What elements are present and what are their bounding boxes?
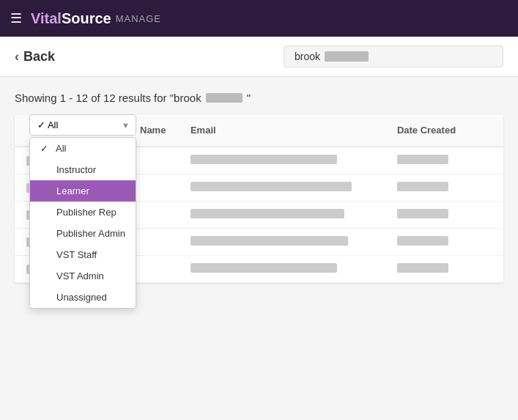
- col-name-label: Name: [140, 125, 166, 136]
- logo-text: VitalSource: [31, 10, 111, 27]
- filter-option-unassigned[interactable]: Unassigned: [30, 287, 136, 308]
- email-blur: [190, 182, 352, 191]
- cell-date: [385, 256, 503, 283]
- col-header-email: Email: [179, 114, 385, 147]
- filter-trigger[interactable]: ✓ All ▼: [29, 114, 136, 136]
- date-blur: [397, 182, 448, 191]
- filter-option-instructor[interactable]: Instructor: [30, 159, 136, 180]
- filter-option-vst-admin-label: VST Admin: [56, 270, 104, 281]
- back-arrow-icon: ‹: [15, 49, 19, 65]
- date-blur: [397, 236, 448, 246]
- filter-current-label: ✓ All: [37, 119, 58, 130]
- search-extra: [325, 51, 369, 62]
- back-button[interactable]: ‹ Back: [15, 49, 55, 65]
- filter-option-all[interactable]: All: [30, 138, 136, 159]
- filter-option-learner-label: Learner: [56, 185, 89, 196]
- results-text: Showing 1 - 12 of 12 results for "brook: [15, 92, 201, 104]
- email-blur: [190, 155, 337, 164]
- filter-option-publisher-rep[interactable]: Publisher Rep: [30, 202, 136, 223]
- filter-dropdown-wrapper: ✓ All ▼ All Instructor Learner Publisher…: [29, 114, 136, 309]
- col-email-label: Email: [190, 125, 216, 136]
- top-navigation: ☰ VitalSource MANAGE: [0, 0, 518, 37]
- hamburger-icon[interactable]: ☰: [10, 10, 22, 26]
- cell-email: [179, 147, 385, 174]
- email-blur: [190, 236, 348, 246]
- col-date-label: Date Created: [397, 125, 456, 136]
- back-label: Back: [23, 49, 55, 65]
- manage-label: MANAGE: [116, 13, 161, 24]
- filter-option-vst-staff-label: VST Staff: [56, 249, 97, 260]
- filter-option-unassigned-label: Unassigned: [56, 292, 107, 303]
- filter-option-learner[interactable]: Learner: [30, 180, 136, 202]
- filter-option-vst-staff[interactable]: VST Staff: [30, 244, 136, 265]
- filter-option-all-label: All: [56, 143, 66, 154]
- col-header-date: Date Created: [385, 114, 503, 147]
- date-blur: [397, 263, 448, 273]
- cell-email: [179, 174, 385, 202]
- cell-date: [385, 174, 503, 202]
- results-summary: Showing 1 - 12 of 12 results for "brook …: [15, 92, 503, 104]
- search-term: brook: [295, 51, 320, 62]
- email-blur: [190, 263, 337, 273]
- content-area: Showing 1 - 12 of 12 results for "brook …: [0, 77, 518, 283]
- logo-area: VitalSource MANAGE: [31, 10, 161, 27]
- cell-date: [385, 202, 503, 229]
- filter-option-vst-admin[interactable]: VST Admin: [30, 265, 136, 287]
- filter-option-publisher-admin[interactable]: Publisher Admin: [30, 223, 136, 244]
- cell-email: [179, 256, 385, 283]
- date-blur: [397, 209, 448, 218]
- cell-date: [385, 229, 503, 256]
- filter-option-publisher-rep-label: Publisher Rep: [56, 207, 116, 218]
- filter-option-instructor-label: Instructor: [56, 164, 96, 175]
- email-blur: [190, 209, 344, 218]
- sub-header: ‹ Back brook: [0, 37, 518, 77]
- search-box: brook: [284, 45, 503, 67]
- table-container: ✓ All ▼ All Instructor Learner Publisher…: [15, 114, 503, 283]
- filter-option-publisher-admin-label: Publisher Admin: [56, 228, 125, 239]
- cell-email: [179, 229, 385, 256]
- cell-date: [385, 147, 503, 174]
- results-text-end: ": [247, 92, 251, 104]
- cell-email: [179, 202, 385, 229]
- filter-dropdown-menu: All Instructor Learner Publisher Rep Pub…: [29, 137, 136, 309]
- results-name-blur: [206, 93, 243, 103]
- chevron-down-icon: ▼: [122, 121, 130, 130]
- date-blur: [397, 155, 448, 164]
